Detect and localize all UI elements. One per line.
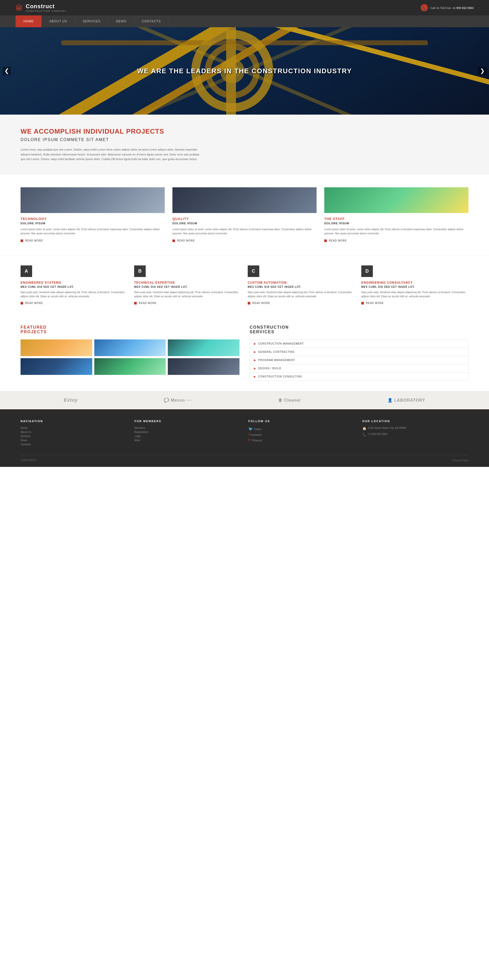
feature-a-text: Nam justo ante, hendrerit vitae aliquet … — [21, 290, 128, 299]
feature-a-icon: A — [21, 266, 32, 277]
service-staff-title: THE STAFF — [324, 217, 468, 221]
construction-services: CONSTRUCTIONSERVICES ▶ CONSTRUCTION MANA… — [250, 325, 469, 381]
footer-more-link[interactable]: More — [134, 439, 241, 442]
feature-engineered-systems: A ENGINEERED SYSTEMS MES CUML DIA SED CE… — [21, 266, 128, 304]
feature-d-subtitle: MES CUML DIA SED CET INGER LOT. — [361, 285, 468, 288]
header-contact: 📞 Call Us Toll-Free +1 959 552 5963 — [421, 4, 473, 11]
projects-section: FEATUREDPROJECTS CONSTRUCTIONSERVICES ▶ … — [0, 315, 489, 391]
service-quality-text: Lorem ipsum dolor sit amet, conse ctetur… — [172, 228, 317, 235]
footer-bottom: CONSTRUCT Privacy Policy — [21, 455, 468, 462]
footer-nav-home[interactable]: Home — [21, 426, 127, 430]
footer-facebook[interactable]: Facebook — [250, 433, 262, 436]
feature-c-subtitle: MES CUML DIA SED CET INGER LOT. — [248, 285, 355, 288]
nav-home[interactable]: HOME — [16, 16, 41, 27]
footer-twitter[interactable]: Twitter — [254, 428, 261, 431]
feature-b-title: TECHNICAL EXPERTISE — [134, 281, 241, 285]
nav-contacts[interactable]: CONTACTS — [134, 16, 169, 27]
read-more-dot-2 — [172, 239, 175, 242]
nav-services[interactable]: SERVICES — [75, 16, 108, 27]
nav-news[interactable]: NEWS — [108, 16, 134, 27]
service-list-item-program[interactable]: ▶ PROGRAM MANAGEMENT — [250, 356, 468, 364]
service-quality-subtitle: DOLORE IPSUM — [172, 222, 317, 225]
service-technology-title: TECHNOLOGY — [21, 217, 165, 221]
feature-technical-expertise: B TECHNICAL EXPERTISE MES CUML DIA SED C… — [134, 266, 241, 304]
read-more-dot-c — [248, 302, 250, 304]
service-staff: THE STAFF DOLORE IPSUM Lorem ipsum dolor… — [324, 187, 468, 242]
project-thumb-6[interactable] — [168, 358, 239, 375]
site-footer: NAVIGATION Home About Us Services News C… — [0, 409, 489, 467]
feature-engineering-consultancy: D ENGINEERING CONSULTANCY MES CUML DIA S… — [361, 266, 468, 304]
footer-copyright: CONSTRUCT — [21, 459, 37, 462]
service-staff-subtitle: DOLORE IPSUM — [324, 222, 468, 225]
feature-b-subtitle: MES CUML DIA SED CET INGER LOT. — [134, 285, 241, 288]
partners-section: Extoy 💬 Messo ···· 🗑 Cleaner 👤 LABORATOR… — [0, 391, 489, 409]
facebook-icon: f — [248, 433, 250, 437]
hero-next-arrow[interactable]: ❯ — [478, 67, 486, 75]
footer-nav-contacts[interactable]: Contacts — [21, 443, 127, 446]
service-quality-title: QUALITY — [172, 217, 317, 221]
feature-a-read-more[interactable]: READ MORE — [21, 302, 128, 304]
project-thumb-5[interactable] — [94, 358, 166, 375]
footer-navigation: NAVIGATION Home About Us Services News C… — [21, 420, 127, 447]
footer-social: FOLLOW US 🐦 Twitter f Facebook P Pintere… — [248, 420, 355, 447]
project-thumb-2[interactable] — [94, 339, 166, 356]
feature-c-read-more[interactable]: READ MORE — [248, 302, 355, 304]
feature-b-text: Nam justo ante, hendrerit vitae aliquet … — [134, 290, 241, 299]
footer-nav-about[interactable]: About Us — [21, 431, 127, 433]
service-list-label-5: CONSTRUCTION CONSULTING — [258, 375, 302, 378]
construction-services-title: CONSTRUCTIONSERVICES — [250, 325, 469, 334]
nav-about[interactable]: ABOUT US — [41, 16, 75, 27]
footer-nav-services[interactable]: Services — [21, 435, 127, 438]
call-label: Call Us Toll-Free — [430, 6, 451, 10]
project-thumb-4[interactable] — [21, 358, 92, 375]
footer-members-title: FOR MEMBERS — [134, 420, 241, 423]
about-title: WE ACCOMPLISH INDIVIDUAL PROJECTS — [21, 127, 468, 135]
service-staff-read-more[interactable]: READ MORE — [324, 239, 468, 242]
logo[interactable]: 🏛 Construct CONSTRUCTION COMPANY — [16, 3, 67, 12]
logo-company-name: Construct — [26, 3, 55, 10]
service-list-item-contracting[interactable]: ▶ GENERAL CONTRACTING — [250, 348, 468, 356]
service-technology-text: Lorem ipsum dolor sit amet, conse ctetur… — [21, 228, 165, 235]
read-more-label: READ MORE — [25, 239, 43, 242]
footer-pinterest[interactable]: Pinterest — [252, 439, 262, 442]
service-quality: QUALITY DOLORE IPSUM Lorem ipsum dolor s… — [172, 187, 317, 242]
feature-a-subtitle: MES CUML DIA SED CET INGER LOT. — [21, 285, 128, 288]
project-thumb-1[interactable] — [21, 339, 92, 356]
project-thumb-3[interactable] — [168, 339, 239, 356]
footer-login-link[interactable]: Login — [134, 435, 241, 438]
twitter-icon: 🐦 — [248, 427, 253, 431]
hero-prev-arrow[interactable]: ❮ — [3, 67, 11, 75]
footer-location-title: OUR LOCATION — [362, 420, 468, 423]
service-list-label-4: DESIGN / BUILD — [258, 367, 281, 370]
footer-grid: NAVIGATION Home About Us Services News C… — [21, 420, 468, 447]
about-section: WE ACCOMPLISH INDIVIDUAL PROJECTS DOLORE… — [0, 115, 489, 175]
partner-extoy[interactable]: Extoy — [64, 398, 78, 403]
site-header: 🏛 Construct CONSTRUCTION COMPANY 📞 Call … — [0, 0, 489, 16]
read-more-dot-d — [361, 302, 364, 304]
services-section: TECHNOLOGY DOLORE IPSUM Lorem ipsum dolo… — [0, 175, 489, 255]
partner-laboratory[interactable]: 👤 LABORATORY — [387, 398, 425, 402]
service-quality-read-more[interactable]: READ MORE — [172, 239, 317, 242]
footer-phone: +1 959 552 5963 — [368, 433, 387, 436]
footer-privacy-link[interactable]: Privacy Policy — [452, 459, 468, 462]
services-list: ▶ CONSTRUCTION MANAGEMENT ▶ GENERAL CONT… — [250, 339, 469, 381]
service-list-item-design[interactable]: ▶ DESIGN / BUILD — [250, 364, 468, 372]
service-list-item-consulting[interactable]: ▶ CONSTRUCTION CONSULTING — [250, 372, 468, 380]
feature-b-read-more[interactable]: READ MORE — [134, 302, 241, 304]
partner-cleaner[interactable]: 🗑 Cleaner — [278, 398, 301, 402]
about-subtitle: DOLORE IPSUM COMMETE SIT AMET — [21, 137, 468, 142]
service-technology: TECHNOLOGY DOLORE IPSUM Lorem ipsum dolo… — [21, 187, 165, 242]
service-technology-read-more[interactable]: READ MORE — [21, 239, 165, 242]
feature-d-read-more[interactable]: READ MORE — [361, 302, 468, 304]
service-list-item-management[interactable]: ▶ CONSTRUCTION MANAGEMENT — [250, 340, 468, 348]
phone-icon: 📞 — [421, 4, 428, 11]
projects-layout: FEATUREDPROJECTS CONSTRUCTIONSERVICES ▶ … — [21, 325, 468, 381]
partner-messo[interactable]: 💬 Messo ···· — [164, 398, 192, 402]
feature-d-title: ENGINEERING CONSULTANCY — [361, 281, 468, 285]
footer-members-link[interactable]: Members — [134, 426, 241, 430]
read-more-dot — [21, 239, 23, 242]
hero-section: ❮ WE ARE THE LEADERS IN THE CONSTRUCTION… — [0, 27, 489, 115]
projects-thumbnail-grid — [21, 339, 239, 375]
footer-registration-link[interactable]: Registration — [134, 431, 241, 433]
footer-nav-news[interactable]: News — [21, 439, 127, 442]
